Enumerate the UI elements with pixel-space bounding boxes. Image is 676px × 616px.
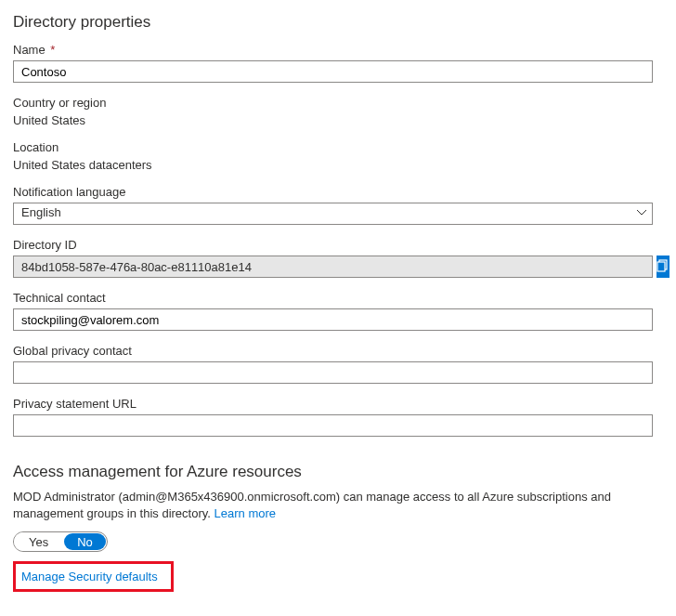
technical-contact-input[interactable] <box>13 308 653 331</box>
copy-button[interactable] <box>656 256 670 278</box>
access-toggle[interactable]: Yes No <box>13 531 108 552</box>
location-value: United States datacenters <box>13 158 667 172</box>
field-global-privacy: Global privacy contact <box>13 344 667 384</box>
access-desc-text: MOD Administrator (admin@M365x436900.onm… <box>13 490 611 520</box>
country-value: United States <box>13 113 667 127</box>
svg-rect-1 <box>657 262 665 271</box>
global-privacy-label: Global privacy contact <box>13 344 667 358</box>
field-directory-id: Directory ID <box>13 238 667 278</box>
access-title: Access management for Azure resources <box>13 463 667 481</box>
name-input[interactable] <box>13 60 653 83</box>
name-label: Name * <box>13 43 667 57</box>
toggle-no[interactable]: No <box>64 533 106 550</box>
language-value: English <box>13 203 653 225</box>
country-label: Country or region <box>13 96 667 110</box>
field-country: Country or region United States <box>13 96 667 127</box>
manage-security-defaults-link[interactable]: Manage Security defaults <box>21 570 158 583</box>
privacy-url-label: Privacy statement URL <box>13 397 667 411</box>
global-privacy-input[interactable] <box>13 361 653 384</box>
field-language: Notification language English <box>13 185 667 225</box>
learn-more-link[interactable]: Learn more <box>214 506 276 520</box>
directory-id-input <box>13 256 653 278</box>
location-label: Location <box>13 140 667 154</box>
section-title: Directory properties <box>13 13 667 32</box>
copy-icon <box>656 259 670 275</box>
highlight-box: Manage Security defaults <box>13 561 174 592</box>
field-privacy-url: Privacy statement URL <box>13 397 667 437</box>
field-name: Name * <box>13 43 667 83</box>
name-label-text: Name <box>13 43 46 57</box>
field-location: Location United States datacenters <box>13 140 667 172</box>
access-section: Access management for Azure resources MO… <box>13 463 667 592</box>
technical-contact-label: Technical contact <box>13 291 667 305</box>
directory-id-label: Directory ID <box>13 238 667 252</box>
access-description: MOD Administrator (admin@M365x436900.onm… <box>13 489 658 522</box>
field-technical-contact: Technical contact <box>13 291 667 331</box>
privacy-url-input[interactable] <box>13 414 653 437</box>
language-label: Notification language <box>13 185 667 199</box>
required-asterisk: * <box>50 43 55 57</box>
language-select[interactable]: English <box>13 203 653 225</box>
toggle-yes[interactable]: Yes <box>14 532 63 551</box>
